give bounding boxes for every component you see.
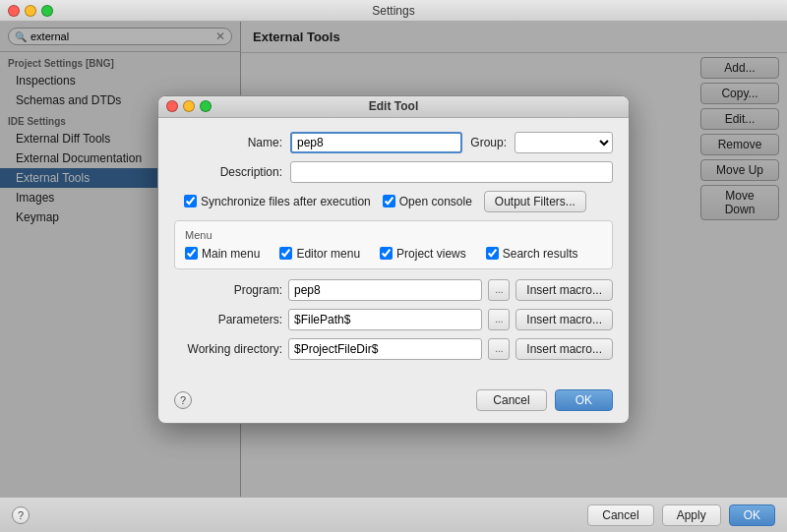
- description-label: Description:: [174, 165, 282, 179]
- menu-checkboxes: Main menu Editor menu Project views: [185, 247, 602, 261]
- description-row: Description:: [174, 161, 613, 183]
- project-views-option[interactable]: Project views: [380, 247, 466, 261]
- name-group: Group:: [290, 132, 613, 153]
- modal-close-button[interactable]: [166, 100, 178, 112]
- modal-help-button[interactable]: ?: [174, 391, 192, 409]
- sync-files-option[interactable]: Synchronize files after execution: [184, 195, 371, 208]
- modal-footer-buttons: Cancel OK: [476, 389, 613, 411]
- program-row: Program: ... Insert macro...: [174, 279, 613, 301]
- open-console-option[interactable]: Open console: [383, 195, 472, 208]
- name-row: Name: Group:: [174, 132, 613, 153]
- program-browse-button[interactable]: ...: [488, 279, 510, 301]
- group-label: Group:: [470, 136, 507, 149]
- modal-cancel-button[interactable]: Cancel: [476, 389, 546, 411]
- bottom-right: Cancel Apply OK: [587, 504, 775, 526]
- program-insert-macro-button[interactable]: Insert macro...: [515, 279, 613, 301]
- parameters-browse-button[interactable]: ...: [488, 309, 510, 330]
- editor-menu-checkbox[interactable]: [279, 247, 292, 260]
- cancel-button[interactable]: Cancel: [587, 504, 653, 526]
- description-input[interactable]: [290, 161, 613, 183]
- main-menu-checkbox[interactable]: [185, 247, 198, 260]
- program-input[interactable]: [288, 279, 482, 301]
- modal-titlebar-buttons: [166, 100, 212, 112]
- options-row: Synchronize files after execution Open c…: [184, 191, 613, 212]
- modal-footer: ? Cancel OK: [158, 382, 629, 423]
- parameters-insert-macro-button[interactable]: Insert macro...: [515, 309, 613, 330]
- modal-minimize-button[interactable]: [183, 100, 195, 112]
- bottom-bar: ? Cancel Apply OK: [0, 497, 787, 532]
- apply-button[interactable]: Apply: [662, 504, 721, 526]
- settings-window: Settings 🔍 ✕ Project Settings [BNG] Insp…: [0, 0, 787, 532]
- modal-title: Edit Tool: [369, 99, 418, 113]
- parameters-input[interactable]: [288, 309, 482, 330]
- modal-titlebar: Edit Tool: [158, 96, 629, 118]
- name-label: Name:: [174, 136, 282, 149]
- open-console-checkbox[interactable]: [383, 195, 395, 207]
- modal-body: Name: Group: Description:: [158, 118, 629, 382]
- menu-section-title: Menu: [185, 229, 602, 241]
- modal-maximize-button[interactable]: [200, 100, 212, 112]
- bottom-left: ?: [12, 506, 30, 524]
- title-bar: Settings: [0, 0, 787, 22]
- titlebar-buttons: [8, 5, 53, 17]
- edit-tool-modal: Edit Tool Name: Group:: [157, 95, 630, 424]
- menu-section: Menu Main menu Editor menu Project vi: [174, 220, 613, 269]
- ok-button[interactable]: OK: [729, 504, 775, 526]
- working-dir-insert-macro-button[interactable]: Insert macro...: [515, 338, 613, 360]
- name-input[interactable]: [290, 132, 462, 153]
- help-button[interactable]: ?: [12, 506, 30, 524]
- working-dir-label: Working directory:: [174, 342, 282, 356]
- group-select[interactable]: [515, 132, 613, 153]
- editor-menu-option[interactable]: Editor menu: [279, 247, 360, 261]
- search-results-checkbox[interactable]: [486, 247, 499, 260]
- modal-overlay: Edit Tool Name: Group:: [0, 22, 787, 497]
- parameters-label: Parameters:: [174, 313, 282, 326]
- close-button[interactable]: [8, 5, 20, 17]
- maximize-button[interactable]: [41, 5, 53, 17]
- sync-files-checkbox[interactable]: [184, 195, 197, 207]
- window-title: Settings: [372, 4, 414, 18]
- search-results-option[interactable]: Search results: [486, 247, 578, 261]
- project-views-checkbox[interactable]: [380, 247, 393, 260]
- working-dir-row: Working directory: ... Insert macro...: [174, 338, 613, 360]
- working-dir-browse-button[interactable]: ...: [488, 338, 510, 360]
- main-menu-option[interactable]: Main menu: [185, 247, 260, 261]
- output-filters-button[interactable]: Output Filters...: [484, 191, 586, 212]
- modal-ok-button[interactable]: OK: [555, 389, 613, 411]
- minimize-button[interactable]: [25, 5, 36, 17]
- program-label: Program:: [174, 283, 282, 297]
- parameters-row: Parameters: ... Insert macro...: [174, 309, 613, 330]
- working-dir-input[interactable]: [288, 338, 482, 360]
